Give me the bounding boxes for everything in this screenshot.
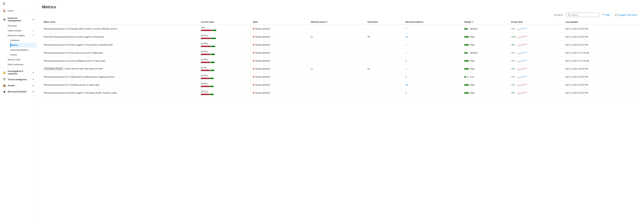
progress-bars [201, 30, 249, 31]
state-cell: Needs attention [251, 81, 309, 89]
col-current-value[interactable]: Current value ↓ [199, 19, 251, 25]
filter-label: Filter [605, 14, 610, 16]
bar-red [201, 70, 210, 71]
last-updated-cell: Nov 12, 2024 2:33:20 PM [564, 25, 639, 33]
col-last-updated: Last updated [564, 19, 639, 25]
weight-label: High [470, 36, 474, 38]
recommendations-link[interactable]: 7 [406, 52, 407, 54]
affected-assets-cell[interactable]: 10 [309, 65, 366, 73]
sidebar-item-assets[interactable]: 📦 Assets ∨ [0, 82, 36, 88]
sidebar-item-data-connectors[interactable]: Data connectors [8, 62, 36, 67]
sidebar-item-secure-score[interactable]: Secure score [8, 57, 36, 62]
progress-value: 62.96% [201, 58, 249, 61]
sidebar-item-sentinel[interactable]: ◈ Microsoft Sentinel ∨ [0, 88, 36, 95]
chevron-down-icon-threat: ∨ [32, 78, 34, 80]
chevron-down-icon-inv: ∨ [32, 72, 34, 74]
trend-value: +0% [511, 76, 516, 78]
sidebar-item-threat-intelligence[interactable]: 🛡 Threat intelligence ∨ [0, 76, 36, 82]
progress-bars [201, 62, 249, 63]
state-cell: Needs attention [251, 33, 309, 41]
total-items-cell: - [366, 73, 404, 81]
last-updated-text: Nov 12, 2024 11:27:29 AM [566, 52, 589, 54]
status-dot [253, 92, 254, 94]
affected-assets-info-icon[interactable]: ⓘ [326, 21, 328, 23]
affected-assets-cell: - [309, 49, 366, 57]
table-row: Missing best practices for controlling a… [42, 81, 639, 89]
weight-wrap: High [464, 84, 508, 86]
recommendations-link[interactable]: 9 [406, 76, 407, 78]
weight-wrap: High [464, 60, 508, 62]
sidebar-item-metrics[interactable]: Metrics [10, 43, 36, 48]
recommendations-cell[interactable]: 7 [404, 25, 463, 33]
recommendations-cell[interactable]: 10 [404, 33, 463, 41]
progress-bar-wrap: 76% [201, 26, 249, 31]
sidebar-item-overview[interactable]: Overview [8, 23, 36, 28]
recommendations-link[interactable]: 10 [406, 36, 408, 38]
assets-icon: 📦 [3, 84, 6, 87]
status-dot [253, 44, 254, 46]
trend-chart [517, 35, 527, 38]
search-input[interactable] [571, 14, 598, 16]
state-text: Needs attention [255, 60, 270, 62]
weight-bar [468, 36, 468, 38]
filter-button[interactable]: ⧩ Filter [601, 13, 612, 17]
sidebar-item-investigation-response[interactable]: 🔒 Investigation & response ∨ [0, 68, 36, 76]
trend-line-wrap [517, 68, 527, 70]
state-text: Needs attention [255, 52, 270, 54]
weight-bar [468, 44, 468, 46]
sidebar-item-events[interactable]: Events [10, 52, 36, 57]
sidebar-item-exposure-management[interactable]: ◎ Exposure management ∧ [0, 15, 36, 23]
recommendations-cell[interactable]: 4 [404, 89, 463, 97]
hamburger-menu[interactable]: ☰ [0, 0, 36, 8]
weight-bar [464, 36, 466, 38]
bar-red [201, 86, 210, 87]
affected-assets-link[interactable]: 52 [310, 36, 313, 38]
metric-name-cell[interactable]: Missing best practices for controlling a… [42, 81, 199, 89]
state-text: Needs attention [255, 68, 270, 70]
sidebar-label-assets: Assets [8, 84, 15, 87]
recommendations-link[interactable]: 7 [406, 28, 407, 30]
progress-value: 60.35% [201, 74, 249, 77]
recommendations-cell[interactable]: 9 [404, 57, 463, 65]
recommendations-cell[interactable]: 39 [404, 81, 463, 89]
recommendations-cell[interactable]: 1 [404, 65, 463, 73]
recommendations-link[interactable]: 4 [406, 92, 407, 94]
weight-info-icon[interactable]: ⓘ [472, 21, 474, 23]
recommendations-cell[interactable]: 7 [404, 49, 463, 57]
table-row: Missing best practices to secure privile… [42, 57, 639, 65]
sidebar-item-initiatives[interactable]: Initiatives [10, 38, 36, 43]
last-updated-text: Nov 12, 2024 3:15:20 PM [566, 36, 588, 38]
recommendations-cell[interactable]: 7 [404, 41, 463, 49]
suggest-button[interactable]: 💬 Suggest new metric [614, 13, 639, 17]
weight-bar [466, 60, 467, 62]
affected-assets-cell[interactable]: 52 [309, 33, 366, 41]
metric-name-cell[interactable]: Missing best practices in Exchange Admin… [42, 25, 199, 33]
recommendations-link[interactable]: 39 [406, 84, 408, 86]
metric-name-cell[interactable]: Missing best practices to secure privile… [42, 57, 199, 65]
last-updated-text: Nov 12, 2024 2:33:20 PM [566, 84, 588, 86]
recommendations-cell[interactable]: 9 [404, 73, 463, 81]
weight-label: High [470, 84, 474, 86]
recommendations-link[interactable]: 7 [406, 44, 407, 46]
recommendations-link[interactable]: 9 [406, 60, 407, 62]
sidebar-item-attack-surface[interactable]: Attack surface ∨ [8, 28, 36, 33]
metric-name-cell[interactable]: Missing best practices for devices again… [42, 89, 199, 97]
metric-name-cell[interactable]: Essential missing best practices to prot… [42, 33, 199, 41]
weight-bars [464, 92, 468, 94]
weight-bars [464, 84, 468, 86]
table-row: Missing best practices in Exchange Admin… [42, 25, 639, 33]
recommendations-link[interactable]: 1 [406, 68, 407, 70]
metric-name-cell[interactable]: Missing best practices for devices again… [42, 41, 199, 49]
metric-name-cell[interactable]: Missing best practices for configuration… [42, 73, 199, 81]
metric-name-text: Missing best practices to ensure secure … [44, 52, 103, 54]
metric-name-cell[interactable]: UPCOMING UPDATECritical devices with hig… [42, 65, 199, 73]
last-updated-cell: Nov 12, 2024 2:32:24 PM [564, 41, 639, 49]
search-box[interactable]: 🔍 [566, 13, 599, 17]
sidebar-item-home[interactable]: 🏠 Home [0, 8, 36, 14]
affected-assets-link[interactable]: 10 [310, 68, 313, 70]
metric-name-cell[interactable]: Missing best practices to ensure secure … [42, 49, 199, 57]
bar-green [210, 46, 215, 47]
sidebar-item-exposure-insights[interactable]: Exposure insights ∧ [8, 33, 36, 38]
sidebar-item-recommendations[interactable]: Recommendations [10, 48, 36, 52]
weight-bar [466, 52, 467, 54]
